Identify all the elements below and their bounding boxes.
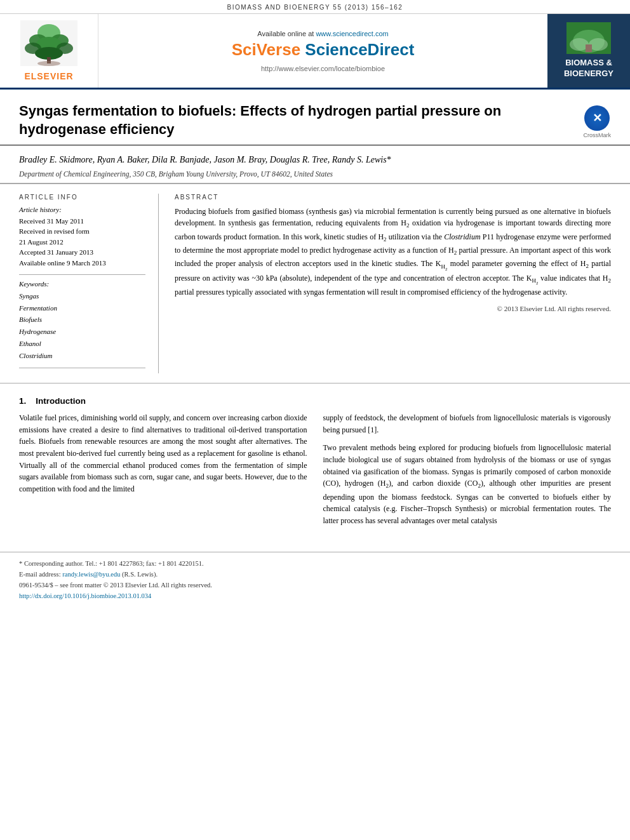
keyword-clostridium: Clostridium [19, 350, 145, 362]
authors-list: Bradley E. Skidmore, Ryan A. Baker, Dila… [19, 153, 611, 167]
abstract-copyright: © 2013 Elsevier Ltd. All rights reserved… [175, 305, 611, 312]
intro-right-text-2: Two prevalent methods being explored for… [323, 442, 612, 526]
intro-right-column: supply of feedstock, the development of … [323, 412, 612, 533]
footnotes-section: * Corresponding author. Tel.: +1 801 422… [0, 552, 630, 608]
banner: ELSEVIER Available online at www.science… [0, 14, 630, 90]
svg-point-9 [37, 61, 60, 66]
doi-line: http://dx.doi.org/10.1016/j.biombioe.201… [19, 591, 611, 602]
elsevier-tree-icon [20, 20, 77, 66]
article-info-column: ARTICLE INFO Article history: Received 3… [19, 194, 159, 374]
journal-name: BIOMASS & BIOENERGY [564, 58, 613, 79]
abstract-column: ABSTRACT Producing biofuels from gasifie… [175, 194, 611, 374]
article-title: Syngas fermentation to biofuels: Effects… [19, 102, 540, 138]
journal-logo-section: BIOMASS & BIOENERGY [547, 14, 630, 88]
journal-header-text: BIOMASS AND BIOENERGY 55 (2013) 156–162 [227, 4, 403, 11]
intro-right-text: supply of feedstock, the development of … [323, 412, 612, 436]
intro-left-text: Volatile fuel prices, diminishing world … [19, 412, 307, 495]
email-note: E-mail address: randy.lewis@byu.edu (R.S… [19, 570, 611, 580]
revised-label: Received in revised form [19, 226, 145, 237]
article-info-label: ARTICLE INFO [19, 194, 145, 201]
info-bottom-divider [19, 368, 145, 368]
journal-cover-icon [566, 22, 611, 54]
sciencedirect-url[interactable]: www.sciencedirect.com [316, 30, 388, 37]
abstract-text: Producing biofuels from gasified biomass… [175, 206, 611, 298]
keywords-section: Keywords: Syngas Fermentation Biofuels H… [19, 280, 145, 361]
available-online-text: Available online at www.sciencedirect.co… [257, 30, 388, 37]
journal-header: BIOMASS AND BIOENERGY 55 (2013) 156–162 [0, 0, 630, 14]
corresponding-author-note: * Corresponding author. Tel.: +1 801 422… [19, 559, 611, 570]
sciverse-logo: SciVerse ScienceDirect [232, 40, 415, 60]
authors-section: Bradley E. Skidmore, Ryan A. Baker, Dila… [0, 145, 630, 182]
elsevier-wordmark: ELSEVIER [20, 71, 77, 81]
keyword-fermentation: Fermentation [19, 302, 145, 314]
elsevier-logo: ELSEVIER [20, 20, 77, 81]
info-divider [19, 274, 145, 275]
intro-left-column: Volatile fuel prices, diminishing world … [19, 412, 307, 533]
keyword-hydrogenase: Hydrogenase [19, 326, 145, 338]
sciencedirect-banner: Available online at www.sciencedirect.co… [98, 14, 547, 88]
accepted-date: Accepted 31 January 2013 [19, 247, 145, 258]
crossmark-icon: ✕ [584, 105, 610, 131]
revised-date: 21 August 2012 [19, 237, 145, 248]
keyword-biofuels: Biofuels [19, 314, 145, 326]
issn-line: 0961-9534/$ – see front matter © 2013 El… [19, 580, 611, 591]
svg-rect-14 [586, 44, 592, 52]
main-body: 1. Introduction Volatile fuel prices, di… [0, 383, 630, 545]
keywords-list: Syngas Fermentation Biofuels Hydrogenase… [19, 290, 145, 361]
author-email-link[interactable]: randy.lewis@byu.edu [62, 571, 122, 578]
history-label: Article history: [19, 206, 145, 213]
introduction-columns: Volatile fuel prices, diminishing world … [19, 412, 611, 533]
elsevier-logo-section: ELSEVIER [0, 14, 98, 88]
received-date: Received 31 May 2011 [19, 216, 145, 227]
article-info-abstract-section: ARTICLE INFO Article history: Received 3… [0, 183, 630, 384]
abstract-label: ABSTRACT [175, 194, 611, 201]
available-online-date: Available online 9 March 2013 [19, 258, 145, 269]
crossmark-badge[interactable]: ✕ CrossMark [583, 105, 611, 138]
author-affiliation: Department of Chemical Engineering, 350 … [19, 170, 611, 178]
elsevier-locate-url: http://www.elsevier.com/locate/biombioe [261, 65, 385, 72]
doi-link[interactable]: http://dx.doi.org/10.1016/j.biombioe.201… [19, 592, 151, 599]
introduction-title: 1. Introduction [19, 396, 611, 406]
keywords-label: Keywords: [19, 280, 145, 288]
keyword-ethanol: Ethanol [19, 338, 145, 350]
keyword-syngas: Syngas [19, 290, 145, 302]
crossmark-label: CrossMark [583, 132, 611, 138]
article-history: Article history: Received 31 May 2011 Re… [19, 206, 145, 269]
article-title-section: Syngas fermentation to biofuels: Effects… [0, 90, 630, 145]
journal-cover-image [566, 22, 611, 54]
